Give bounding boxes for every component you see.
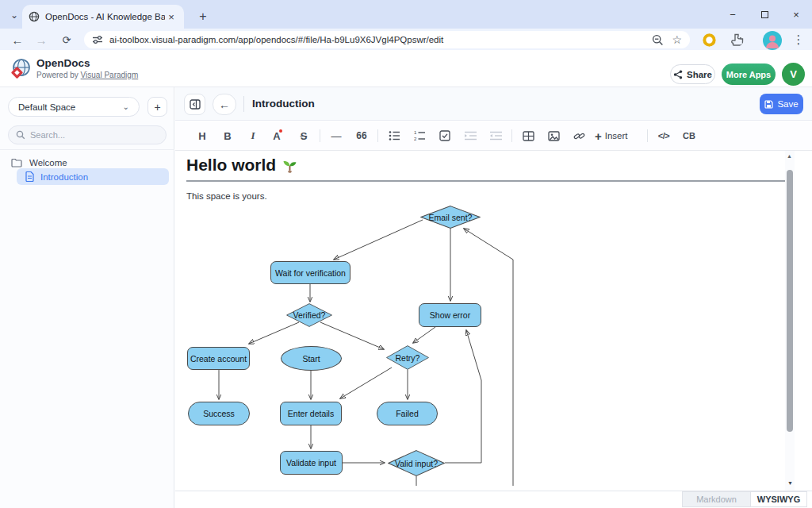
search-input[interactable] [30, 130, 149, 140]
numbered-list-icon: 1 2 [414, 130, 426, 141]
flowchart-node-validate-input[interactable]: Validate input [280, 451, 343, 475]
node-label: Verified? [293, 310, 326, 320]
node-label: Show error [430, 310, 470, 320]
maximize-button[interactable] [749, 0, 780, 29]
page-title: Introduction [252, 98, 315, 110]
extension-badge-icon[interactable] [703, 33, 716, 47]
table-icon [523, 131, 534, 141]
site-info-icon[interactable] [92, 35, 103, 44]
sidebar-search[interactable] [8, 125, 167, 144]
globe-favicon-icon [29, 11, 40, 22]
reload-button[interactable]: ⟳ [57, 30, 76, 49]
bold-button[interactable]: B [218, 126, 237, 145]
strikethrough-button[interactable]: S [294, 126, 313, 145]
image-button[interactable] [544, 126, 563, 145]
flowchart-node-create-account[interactable]: Create account [187, 347, 250, 370]
link-button[interactable] [569, 126, 588, 145]
extensions-puzzle-icon[interactable] [730, 33, 744, 47]
editor-toolbar: H B I A S — 66 1 2 [175, 121, 812, 151]
flowchart-node-success[interactable]: Success [188, 402, 250, 425]
text-color-button[interactable]: A [269, 126, 288, 145]
flowchart-node-wait-for-verification[interactable]: Wait for verification [270, 261, 350, 284]
scroll-down-icon[interactable]: ▼ [787, 480, 793, 486]
flowchart-node-enter-details[interactable]: Enter details [280, 402, 342, 425]
node-label: Start [302, 354, 320, 364]
toolbar-divider [377, 129, 378, 142]
svg-text:1: 1 [414, 130, 417, 135]
flowchart-node-email-sent[interactable]: Email sent? [420, 206, 481, 229]
image-icon [548, 131, 560, 141]
visual-paradigm-link[interactable]: Visual Paradigm [81, 71, 139, 79]
inline-code-button[interactable]: </> [654, 126, 673, 145]
sidebar-divider [0, 149, 174, 150]
share-icon [673, 70, 683, 79]
tab-search-chevron-icon[interactable]: ⌄ [6, 6, 23, 24]
space-selector-label: Default Space [18, 102, 75, 112]
tab-wysiwyg[interactable]: WYSIWYG [751, 491, 807, 507]
url-text[interactable]: ai-toolbox.visual-paradigm.com/app/opend… [109, 35, 652, 44]
bookmark-star-icon[interactable]: ☆ [672, 33, 682, 46]
browser-menu-icon[interactable]: ⋮ [789, 30, 808, 49]
search-icon [16, 130, 25, 140]
table-button[interactable] [519, 126, 538, 145]
doc-back-button[interactable]: ← [213, 94, 236, 115]
window-controls: − × [717, 0, 812, 29]
minimize-button[interactable]: − [717, 0, 749, 29]
seedling-emoji [282, 158, 297, 173]
bullet-list-icon [389, 130, 400, 141]
flowchart-node-verified[interactable]: Verified? [286, 303, 332, 327]
folder-label: Welcome [29, 158, 67, 167]
outdent-icon [490, 131, 502, 140]
powered-by: Powered by Visual Paradigm [36, 71, 138, 79]
editor-scrollbar[interactable]: ▲ [785, 151, 795, 491]
forward-button: → [32, 30, 51, 49]
toolbar-divider [647, 129, 648, 142]
more-apps-button[interactable]: More Apps [722, 64, 776, 85]
opendocs-logo [10, 58, 32, 79]
close-window-button[interactable]: × [780, 0, 812, 29]
insert-button[interactable]: + Insert [595, 129, 641, 143]
bullet-list-button[interactable] [385, 126, 404, 145]
sidebar-item-introduction[interactable]: Introduction [17, 168, 169, 185]
editor-canvas[interactable] [175, 151, 812, 491]
add-space-button[interactable]: + [147, 97, 167, 117]
indent-button [461, 126, 480, 145]
browser-navbar: ← → ⟳ ai-toolbox.visual-paradigm.com/app… [0, 29, 812, 50]
doc-paragraph[interactable]: This space is yours. [186, 191, 267, 201]
toggle-sidebar-button[interactable] [184, 94, 205, 115]
scrollbar-thumb[interactable] [787, 170, 793, 432]
flowchart-node-failed[interactable]: Failed [377, 402, 438, 425]
back-button[interactable]: ← [8, 30, 27, 49]
share-button[interactable]: Share [670, 64, 715, 84]
horizontal-rule-button[interactable]: — [327, 126, 346, 145]
scroll-up-icon[interactable]: ▲ [787, 153, 792, 159]
zoom-out-icon[interactable] [652, 34, 664, 46]
flowchart-node-valid-input[interactable]: Valid input? [388, 450, 445, 476]
doc-heading[interactable]: Hello world [186, 156, 276, 175]
numbered-list-button[interactable]: 1 2 [410, 126, 429, 145]
new-tab-button[interactable]: + [193, 7, 213, 26]
space-selector[interactable]: Default Space ⌄ [8, 97, 140, 117]
profile-avatar[interactable] [763, 31, 782, 50]
save-button[interactable]: Save [760, 94, 803, 114]
blockquote-button[interactable]: 66 [352, 126, 371, 145]
user-avatar[interactable]: V [782, 63, 805, 86]
flowchart-node-start[interactable]: Start [281, 346, 342, 371]
flowchart-node-retry[interactable]: Retry? [386, 345, 429, 370]
doc-header: ← Introduction Save [175, 87, 812, 121]
italic-button[interactable]: I [243, 126, 262, 145]
share-label: Share [687, 70, 712, 79]
outdent-button [486, 126, 505, 145]
task-list-button[interactable] [435, 126, 454, 145]
tab-markdown[interactable]: Markdown [682, 491, 751, 507]
app-name: OpenDocs [36, 57, 90, 69]
heading-button[interactable]: H [193, 126, 212, 145]
code-block-button[interactable]: CB [680, 126, 699, 145]
node-label: Enter details [288, 409, 334, 418]
doc-heading-block[interactable]: Hello world [186, 156, 785, 182]
flowchart-node-show-error[interactable]: Show error [419, 303, 481, 327]
document-icon [25, 171, 34, 182]
address-bar[interactable]: ai-toolbox.visual-paradigm.com/app/opend… [84, 31, 690, 48]
tab-close-icon[interactable]: × [165, 10, 178, 23]
browser-tab[interactable]: OpenDocs - AI Knowledge Base × [22, 5, 184, 29]
